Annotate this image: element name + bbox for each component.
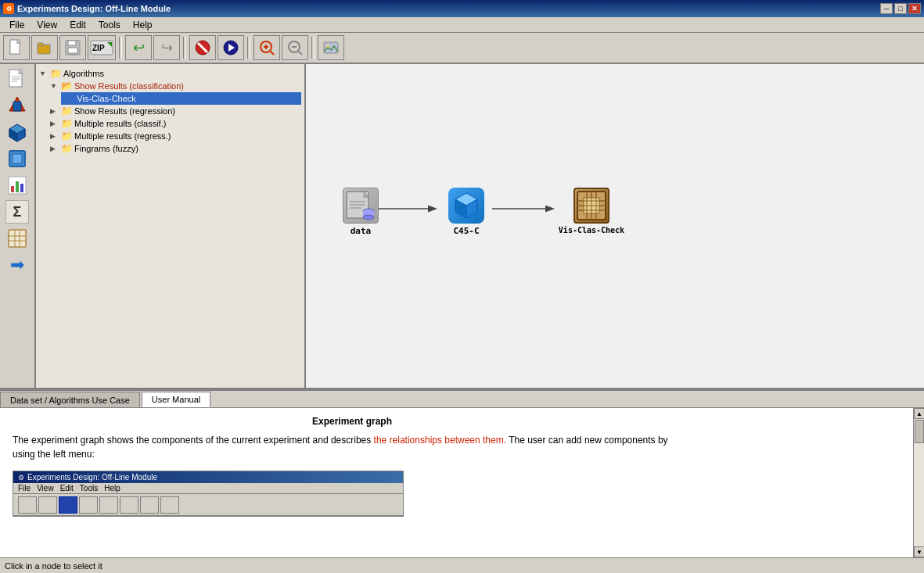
tree-node-multiple-class[interactable]: ▶ 📁 Multiple results (classif.) <box>50 117 301 130</box>
inner-menu-edit: Edit <box>60 484 74 492</box>
status-bar: Click in a node to select it <box>0 557 924 573</box>
menu-tools[interactable]: Tools <box>92 19 127 31</box>
window-title: Experiments Design: Off-Line Module <box>17 4 171 13</box>
tree-node-algorithms[interactable]: ▼ 📁 Algorithms <box>39 67 301 80</box>
inner-menu-help: Help <box>104 484 120 492</box>
document-sidebar-icon[interactable] <box>5 67 29 91</box>
expand-multiple-reg[interactable]: ▶ <box>50 132 59 140</box>
tree-node-vis-clas-check[interactable]: ▪ Vis-Clas-Check <box>61 92 301 105</box>
manual-paragraph1: The experiment graph shows the component… <box>13 435 374 446</box>
chart-sidebar-icon[interactable] <box>5 174 29 197</box>
scroll-up-button[interactable]: ▲ <box>914 408 924 419</box>
data-icon-inner <box>343 188 379 224</box>
menu-bar: File View Edit Tools Help <box>0 17 924 33</box>
svg-point-51 <box>363 215 374 220</box>
show-results-class-children: ▪ Vis-Clas-Check <box>50 92 301 105</box>
tree-node-show-results-class[interactable]: ▼ 📂 Show Results (classification) <box>50 80 301 92</box>
svg-text:ZIP: ZIP <box>92 44 105 52</box>
inner-menu-view: View <box>37 484 54 492</box>
svg-rect-4 <box>68 41 76 45</box>
close-button[interactable]: ✕ <box>908 3 921 14</box>
folder-fingrams-icon: 📁 <box>61 143 73 154</box>
tree-label-show-results-class: Show Results (classification) <box>74 81 184 91</box>
inner-window-title: Experiments Design: Off-Line Module <box>27 473 157 482</box>
save-button[interactable] <box>59 35 86 60</box>
expand-algorithms[interactable]: ▼ <box>39 70 49 77</box>
run-button[interactable] <box>218 35 244 60</box>
folder-show-results-reg-icon: 📁 <box>61 106 73 116</box>
stop-button[interactable] <box>189 35 216 60</box>
manual-text: The experiment graph shows the component… <box>13 433 692 461</box>
manual-title: Experiment graph <box>13 416 692 427</box>
scroll-thumb[interactable] <box>915 420 924 443</box>
tabs-bar: Data set / Algorithms Use Case User Manu… <box>0 391 924 408</box>
tree-node-show-results-reg[interactable]: ▶ 📁 Show Results (regression) <box>50 105 301 117</box>
toolbar-separator-3 <box>247 37 250 59</box>
undo-button[interactable]: ↩ <box>125 35 152 60</box>
svg-rect-27 <box>13 102 21 111</box>
c45-icon-inner <box>448 188 484 224</box>
inner-btn-2 <box>38 496 57 514</box>
tree-node-fingrams[interactable]: ▶ 📁 Fingrams (fuzzy) <box>50 142 301 155</box>
svg-line-14 <box>270 51 274 55</box>
tree-label-vis-clas-check: Vis-Clas-Check <box>77 94 136 103</box>
tree-label-fingrams: Fingrams (fuzzy) <box>74 144 138 153</box>
zoom-out-button[interactable] <box>282 35 308 60</box>
algorithms-children: ▼ 📂 Show Results (classification) ▪ Vis-… <box>39 80 301 155</box>
scroll-down-button[interactable]: ▼ <box>914 546 924 557</box>
cube-sidebar-icon[interactable] <box>5 120 29 144</box>
open-button[interactable] <box>31 35 58 60</box>
expand-show-results-reg[interactable]: ▶ <box>50 107 59 115</box>
minimize-button[interactable]: ─ <box>880 3 893 14</box>
upper-section: Σ ➡ ▼ 📁 Algorithms <box>0 64 924 389</box>
c45-node[interactable]: C45-C <box>435 185 498 236</box>
grid-sidebar-icon[interactable] <box>5 227 29 250</box>
svg-rect-5 <box>68 48 77 53</box>
scroll-track[interactable] <box>914 419 924 546</box>
experiment-canvas[interactable]: data C45-C <box>306 64 924 388</box>
new-button[interactable] <box>3 35 30 60</box>
inner-btn-1 <box>18 496 37 514</box>
vis-clas-check-node[interactable]: Vis-Clas-Check <box>552 185 631 235</box>
expand-vis-clas <box>61 95 70 102</box>
menu-help[interactable]: Help <box>127 19 159 31</box>
arrow-right-sidebar-icon[interactable]: ➡ <box>5 253 29 277</box>
main-area: Σ ➡ ▼ 📁 Algorithms <box>0 64 924 557</box>
redo-button[interactable]: ↪ <box>153 35 180 60</box>
inner-toolbar <box>13 494 403 516</box>
square-sidebar-icon[interactable] <box>5 147 29 170</box>
c45-node-icon <box>446 185 487 226</box>
tree-label-algorithms: Algorithms <box>63 69 104 78</box>
content-panel[interactable]: Experiment graph The experiment graph sh… <box>0 408 924 557</box>
tree-label-show-results-reg: Show Results (regression) <box>74 106 175 116</box>
inner-btn-5 <box>99 496 118 514</box>
menu-view[interactable]: View <box>31 19 63 31</box>
image-button[interactable] <box>318 35 344 60</box>
tree-node-multiple-reg[interactable]: ▶ 📁 Multiple results (regress.) <box>50 130 301 142</box>
icon-sidebar: Σ ➡ <box>0 64 36 388</box>
menu-edit[interactable]: Edit <box>63 19 92 31</box>
expand-multiple-class[interactable]: ▶ <box>50 120 59 127</box>
dataset-sidebar-icon[interactable] <box>5 94 29 117</box>
vis-clas-check-node-icon <box>571 185 612 226</box>
zip-button[interactable]: ZIP <box>88 35 116 60</box>
inner-btn-3 <box>59 496 77 514</box>
user-manual-content: Experiment graph The experiment graph sh… <box>0 408 704 525</box>
data-node-icon <box>340 185 381 226</box>
data-node[interactable]: data <box>329 185 392 236</box>
tab-dataset[interactable]: Data set / Algorithms Use Case <box>0 392 140 407</box>
vertical-scrollbar[interactable]: ▲ ▼ <box>913 408 924 557</box>
svg-rect-2 <box>38 43 43 46</box>
c45-node-label: C45-C <box>453 226 479 236</box>
tab-user-manual[interactable]: User Manual <box>142 392 210 407</box>
expand-show-results-class[interactable]: ▼ <box>50 82 59 90</box>
zoom-in-button[interactable] <box>253 35 280 60</box>
toolbar: ZIP ↩ ↪ <box>0 33 924 64</box>
maximize-button[interactable]: □ <box>894 3 907 14</box>
expand-fingrams[interactable]: ▶ <box>50 145 59 152</box>
menu-file[interactable]: File <box>3 19 31 31</box>
svg-rect-35 <box>11 186 14 192</box>
sigma-sidebar-icon[interactable]: Σ <box>5 200 29 224</box>
tree-label-multiple-reg: Multiple results (regress.) <box>74 131 171 141</box>
folder-multiple-reg-icon: 📁 <box>61 131 73 141</box>
